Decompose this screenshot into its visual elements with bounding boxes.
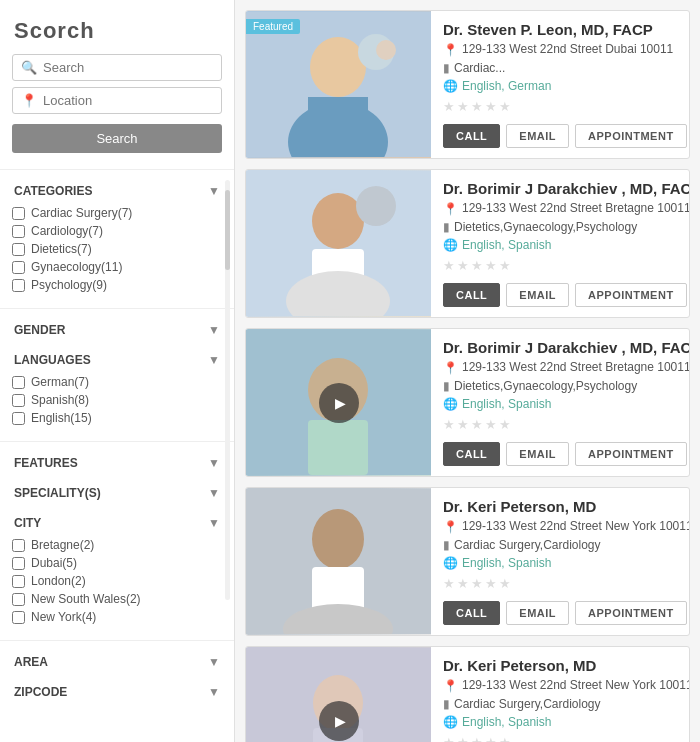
doctor-list: Featured Dr. Steven P. Leon, MD, FACP 📍 … (235, 0, 700, 742)
call-button[interactable]: CALL (443, 601, 500, 625)
globe-icon: 🌐 (443, 238, 458, 252)
new-south-wales-label: New South Wales(2) (31, 592, 141, 606)
bretagne-checkbox[interactable] (12, 539, 25, 552)
list-item[interactable]: English(15) (12, 411, 220, 425)
zipcode-section-header[interactable]: ZIPCODE ▼ (0, 675, 234, 705)
search-button[interactable]: Search (12, 124, 222, 153)
doctor-info: Dr. Steven P. Leon, MD, FACP 📍 129-133 W… (431, 11, 690, 158)
appointment-button[interactable]: APPOINTMENT (575, 283, 687, 307)
gender-chevron: ▼ (208, 323, 220, 337)
gender-section-header[interactable]: GENDER ▼ (0, 313, 234, 343)
star-4: ★ (485, 735, 497, 742)
tag-icon: ▮ (443, 697, 450, 711)
location-input[interactable] (43, 93, 213, 108)
doctor-info: Dr. Borimir J Darakchiev , MD, FACP 📍 12… (431, 329, 690, 476)
play-button[interactable] (319, 383, 359, 423)
list-item[interactable]: Gynaecology(11) (12, 260, 220, 274)
svg-point-10 (356, 186, 396, 226)
features-section-header[interactable]: FEATURES ▼ (0, 446, 234, 476)
psychology-checkbox[interactable] (12, 279, 25, 292)
doctor-info: Dr. Borimir J Darakchiev , MD, FACP 📍 12… (431, 170, 690, 317)
play-button[interactable] (319, 701, 359, 741)
email-button[interactable]: EMAIL (506, 601, 569, 625)
german-checkbox[interactable] (12, 376, 25, 389)
cardiac-surgery-label: Cardiac Surgery(7) (31, 206, 132, 220)
doctor-actions: CALL EMAIL APPOINTMENT WEB (443, 283, 690, 307)
call-button[interactable]: CALL (443, 442, 500, 466)
list-item[interactable]: Cardiac Surgery(7) (12, 206, 220, 220)
star-1: ★ (443, 576, 455, 591)
tag-icon: ▮ (443, 379, 450, 393)
languages-chevron: ▼ (208, 353, 220, 367)
star-1: ★ (443, 417, 455, 432)
list-item[interactable]: Dietetics(7) (12, 242, 220, 256)
doctor-address: 📍 129-133 West 22nd Street Bretagne 1001… (443, 201, 690, 216)
english-checkbox[interactable] (12, 412, 25, 425)
cardiac-surgery-checkbox[interactable] (12, 207, 25, 220)
doctor-photo (246, 647, 431, 742)
area-chevron: ▼ (208, 655, 220, 669)
appointment-button[interactable]: APPOINTMENT (575, 442, 687, 466)
categories-label: CATEGORIES (14, 184, 92, 198)
appointment-button[interactable]: APPOINTMENT (575, 601, 687, 625)
star-rating: ★ ★ ★ ★ ★ (443, 99, 690, 114)
area-section-header[interactable]: AREA ▼ (0, 645, 234, 675)
gynaecology-checkbox[interactable] (12, 261, 25, 274)
speciality-section-header[interactable]: SPECIALITY(S) ▼ (0, 476, 234, 506)
globe-icon: 🌐 (443, 715, 458, 729)
list-item[interactable]: Cardiology(7) (12, 224, 220, 238)
list-item[interactable]: Dubai(5) (12, 556, 220, 570)
list-item[interactable]: Bretagne(2) (12, 538, 220, 552)
star-3: ★ (471, 99, 483, 114)
city-list: Bretagne(2) Dubai(5) London(2) New South… (0, 536, 234, 636)
cardiology-checkbox[interactable] (12, 225, 25, 238)
city-label: CITY (14, 516, 41, 530)
categories-section-header[interactable]: CATEGORIES ▼ (0, 174, 234, 204)
pin-icon: 📍 (443, 520, 458, 534)
pin-icon: 📍 (443, 202, 458, 216)
list-item[interactable]: Spanish(8) (12, 393, 220, 407)
star-4: ★ (485, 417, 497, 432)
call-button[interactable]: CALL (443, 124, 500, 148)
email-button[interactable]: EMAIL (506, 442, 569, 466)
list-item[interactable]: Psychology(9) (12, 278, 220, 292)
location-box[interactable]: 📍 (12, 87, 222, 114)
new-york-checkbox[interactable] (12, 611, 25, 624)
doctor-name: Dr. Borimir J Darakchiev , MD, FACP (443, 180, 690, 197)
globe-icon: 🌐 (443, 556, 458, 570)
list-item[interactable]: New South Wales(2) (12, 592, 220, 606)
spanish-checkbox[interactable] (12, 394, 25, 407)
london-checkbox[interactable] (12, 575, 25, 588)
list-item[interactable]: German(7) (12, 375, 220, 389)
pin-icon: 📍 (443, 361, 458, 375)
new-south-wales-checkbox[interactable] (12, 593, 25, 606)
sidebar: Scorch 🔍 📍 Search CATEGORIES ▼ Cardiac S… (0, 0, 235, 742)
search-icon: 🔍 (21, 60, 37, 75)
languages-section-header[interactable]: LANGUAGES ▼ (0, 343, 234, 373)
doctor-specialty: ▮ Cardiac Surgery,Cardiology (443, 697, 690, 711)
search-box[interactable]: 🔍 (12, 54, 222, 81)
list-item[interactable]: New York(4) (12, 610, 220, 624)
star-1: ★ (443, 735, 455, 742)
doctor-card: Dr. Borimir J Darakchiev , MD, FACP 📍 12… (245, 328, 690, 477)
doctor-specialty: ▮ Dietetics,Gynaecology,Psychology (443, 379, 690, 393)
star-rating: ★ ★ ★ ★ ★ (443, 417, 690, 432)
search-input[interactable] (43, 60, 213, 75)
scrollbar-thumb[interactable] (225, 190, 230, 270)
features-chevron: ▼ (208, 456, 220, 470)
star-3: ★ (471, 735, 483, 742)
list-item[interactable]: London(2) (12, 574, 220, 588)
scrollbar-track[interactable] (225, 180, 230, 600)
doctor-actions: CALL EMAIL APPOINTMENT WEB (443, 601, 690, 625)
email-button[interactable]: EMAIL (506, 124, 569, 148)
pin-icon: 📍 (443, 43, 458, 57)
dietetics-checkbox[interactable] (12, 243, 25, 256)
doctor-address: 📍 129-133 West 22nd Street New York 1001… (443, 519, 690, 534)
city-section-header[interactable]: CITY ▼ (0, 506, 234, 536)
call-button[interactable]: CALL (443, 283, 500, 307)
dubai-checkbox[interactable] (12, 557, 25, 570)
star-3: ★ (471, 258, 483, 273)
email-button[interactable]: EMAIL (506, 283, 569, 307)
appointment-button[interactable]: APPOINTMENT (575, 124, 687, 148)
star-5: ★ (499, 99, 511, 114)
